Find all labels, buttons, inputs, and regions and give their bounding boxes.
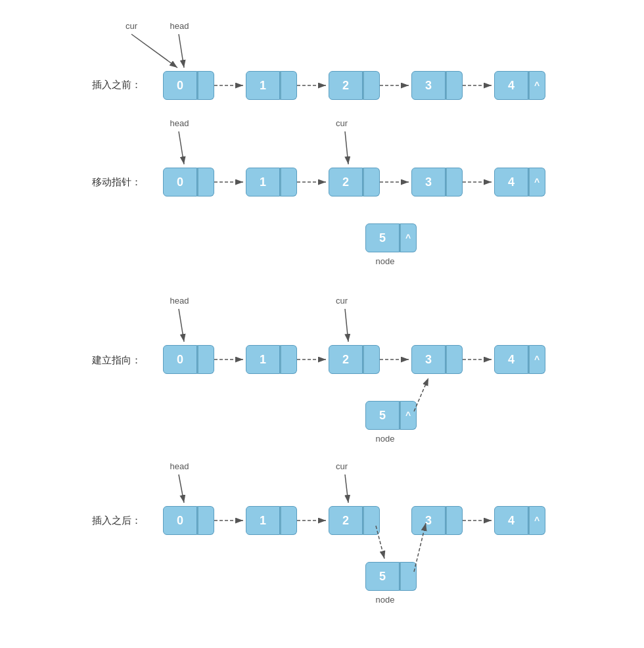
node-est-0: 0	[163, 345, 214, 374]
svg-line-14	[179, 309, 184, 342]
node-val: 1	[246, 345, 280, 374]
node-val: 4	[494, 345, 528, 374]
node-val: 5	[365, 223, 400, 252]
node-val: 5	[365, 401, 400, 430]
node-ptr-last: ^	[528, 345, 545, 374]
label-establish: 建立指向：	[92, 354, 141, 367]
ptr-cur-move: cur	[329, 118, 355, 128]
node-val: 1	[246, 71, 280, 100]
node-ptr-last: ^	[528, 71, 545, 100]
ptr-head-establish: head	[163, 296, 196, 306]
node-est-3: 3	[411, 345, 463, 374]
node-ptr	[363, 168, 380, 197]
label-move: 移动指针：	[92, 176, 141, 189]
node-ptr	[446, 506, 463, 535]
arrows-svg	[0, 0, 644, 648]
node-move-4: 4 ^	[494, 168, 545, 197]
node-before-4: 4 ^	[494, 71, 545, 100]
node-ptr	[197, 168, 214, 197]
node-val: 2	[329, 506, 363, 535]
node-after-0: 0	[163, 506, 214, 535]
diagram-area: 插入之前： cur head 0 1 2 3 4 ^ 移动指针： head cu…	[0, 0, 644, 648]
node-before-3: 3	[411, 71, 463, 100]
ptr-head-move: head	[163, 118, 196, 128]
node-ptr	[363, 345, 380, 374]
node-val: 1	[246, 506, 280, 535]
node-est-5: 5 ^	[365, 401, 417, 430]
node-solo-label: node	[365, 256, 405, 266]
node-est-4: 4 ^	[494, 345, 545, 374]
node-ptr-last: ^	[528, 168, 545, 197]
svg-line-2	[131, 34, 177, 68]
node-move-0: 0	[163, 168, 214, 197]
svg-line-15	[345, 309, 348, 342]
ptr-head-after: head	[163, 461, 196, 471]
node-val: 4	[494, 506, 528, 535]
node-move-3: 3	[411, 168, 463, 197]
svg-line-22	[345, 474, 348, 503]
node-ptr	[197, 506, 214, 535]
node-val: 3	[411, 506, 446, 535]
node-after-3: 3	[411, 506, 463, 535]
node-move-1: 1	[246, 168, 297, 197]
node-val: 3	[411, 168, 446, 197]
node-ptr-last: ^	[400, 401, 417, 430]
node-val: 4	[494, 168, 528, 197]
node-val: 3	[411, 345, 446, 374]
node-est-2: 2	[329, 345, 380, 374]
label-after: 插入之后：	[92, 515, 141, 527]
svg-line-3	[179, 34, 184, 68]
svg-line-9	[345, 131, 348, 164]
node-after-5: 5	[365, 562, 417, 591]
svg-line-21	[179, 474, 184, 503]
node-ptr	[197, 345, 214, 374]
node-est-5-label: node	[365, 434, 405, 444]
node-ptr	[363, 506, 380, 535]
node-val: 0	[163, 71, 197, 100]
node-val: 4	[494, 71, 528, 100]
node-val: 0	[163, 345, 197, 374]
node-val: 3	[411, 71, 446, 100]
node-ptr	[446, 71, 463, 100]
node-after-5-label: node	[365, 595, 405, 605]
svg-line-8	[179, 131, 184, 164]
node-val: 0	[163, 506, 197, 535]
node-ptr	[280, 168, 297, 197]
node-ptr	[363, 71, 380, 100]
ptr-head-before: head	[163, 21, 196, 31]
node-after-4: 4 ^	[494, 506, 545, 535]
node-before-1: 1	[246, 71, 297, 100]
node-val: 5	[365, 562, 400, 591]
node-solo-5: 5 ^	[365, 223, 417, 252]
label-before: 插入之前：	[92, 79, 141, 91]
node-ptr-last: ^	[528, 506, 545, 535]
node-ptr	[446, 345, 463, 374]
node-after-2: 2	[329, 506, 380, 535]
node-ptr	[400, 562, 417, 591]
node-before-0: 0	[163, 71, 214, 100]
node-before-2: 2	[329, 71, 380, 100]
node-move-2: 2	[329, 168, 380, 197]
node-ptr-last: ^	[400, 223, 417, 252]
node-val: 0	[163, 168, 197, 197]
node-val: 2	[329, 71, 363, 100]
node-ptr	[280, 506, 297, 535]
ptr-cur-establish: cur	[329, 296, 355, 306]
ptr-cur-after: cur	[329, 461, 355, 471]
node-val: 2	[329, 345, 363, 374]
node-ptr	[197, 71, 214, 100]
node-est-1: 1	[246, 345, 297, 374]
node-ptr	[446, 168, 463, 197]
node-ptr	[280, 345, 297, 374]
node-ptr	[280, 71, 297, 100]
node-val: 1	[246, 168, 280, 197]
node-val: 2	[329, 168, 363, 197]
ptr-cur-before: cur	[118, 21, 145, 31]
node-after-1: 1	[246, 506, 297, 535]
